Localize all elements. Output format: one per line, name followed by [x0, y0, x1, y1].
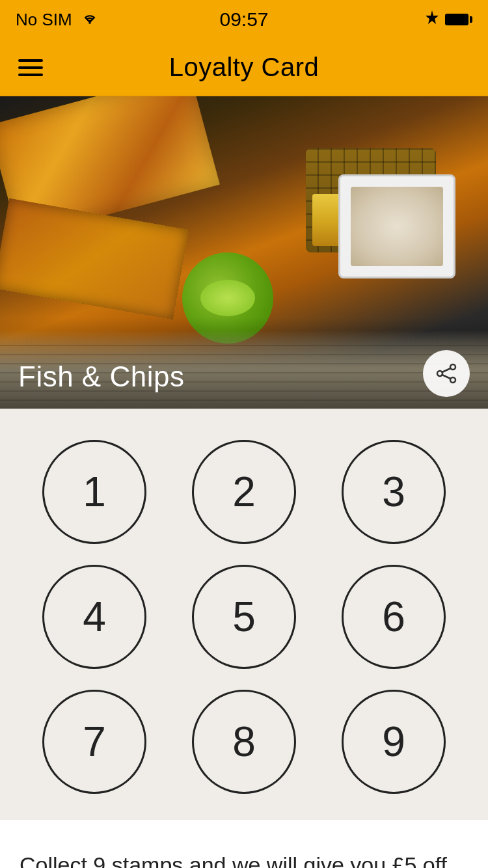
stamp-number-9: 9: [382, 718, 405, 766]
status-bar: No SIM 09:57: [0, 0, 488, 39]
stamp-number-1: 1: [83, 468, 106, 516]
navbar-title: Loyalty Card: [169, 53, 319, 82]
stamp-circle-2[interactable]: 2: [192, 440, 296, 544]
menu-line-2: [18, 66, 43, 69]
fish-piece-2: [0, 198, 189, 319]
stamp-circle-3[interactable]: 3: [342, 440, 446, 544]
wifi-icon: [80, 10, 100, 29]
hero-overlay: Fish & Chips: [0, 318, 488, 409]
status-time: 09:57: [219, 8, 268, 30]
menu-line-1: [18, 59, 43, 62]
sauce-decoration: [338, 174, 455, 278]
stamp-circle-7[interactable]: 7: [42, 690, 146, 794]
stamps-section: 123456789: [0, 409, 488, 820]
svg-line-5: [442, 375, 451, 379]
menu-line-3: [18, 74, 43, 76]
info-section: Collect 9 stamps and we will give you £5…: [0, 820, 488, 868]
stamp-number-3: 3: [382, 468, 405, 516]
share-icon: [435, 362, 458, 385]
info-text: Collect 9 stamps and we will give you £5…: [20, 848, 468, 868]
hero-image: Fish & Chips: [0, 96, 488, 409]
stamp-circle-4[interactable]: 4: [42, 565, 146, 669]
location-icon: [426, 10, 439, 29]
battery-icon: [445, 14, 472, 25]
status-right: [426, 10, 472, 29]
carrier-label: No SIM: [16, 10, 72, 30]
stamp-circle-8[interactable]: 8: [192, 690, 296, 794]
svg-point-3: [450, 377, 455, 383]
stamps-grid: 123456789: [26, 440, 462, 794]
svg-point-1: [450, 364, 455, 370]
svg-point-0: [88, 21, 91, 24]
stamp-circle-5[interactable]: 5: [192, 565, 296, 669]
stamp-circle-1[interactable]: 1: [42, 440, 146, 544]
stamp-number-7: 7: [83, 718, 106, 766]
navbar: Loyalty Card: [0, 39, 488, 96]
stamp-number-4: 4: [83, 593, 106, 641]
restaurant-name: Fish & Chips: [18, 360, 184, 393]
status-left: No SIM: [16, 10, 100, 30]
svg-point-2: [437, 371, 442, 376]
hamburger-menu-button[interactable]: [18, 59, 43, 76]
stamp-number-2: 2: [232, 468, 256, 516]
stamp-circle-9[interactable]: 9: [342, 690, 446, 794]
stamp-number-6: 6: [382, 593, 405, 641]
share-button[interactable]: [423, 350, 470, 397]
svg-line-4: [442, 368, 451, 372]
stamp-circle-6[interactable]: 6: [342, 565, 446, 669]
stamp-number-8: 8: [232, 718, 256, 766]
stamp-number-5: 5: [232, 593, 256, 641]
